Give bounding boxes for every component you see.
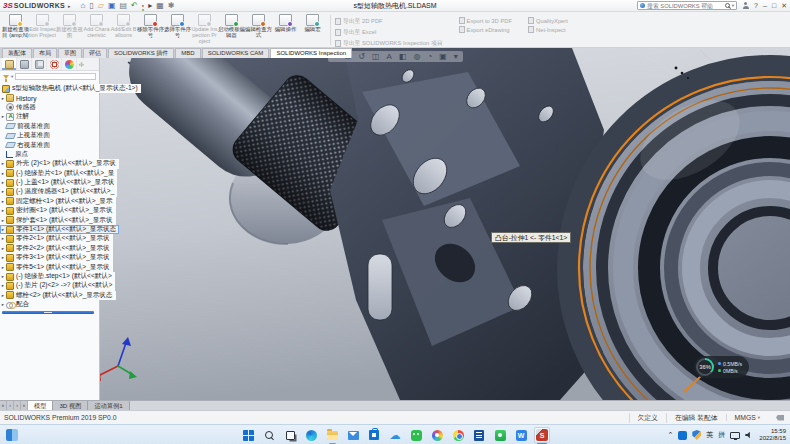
ribbon-button-11[interactable]: 编辑操作 (272, 13, 299, 47)
export-item[interactable]: 导出至 Excel (335, 28, 443, 37)
units-dropdown-icon[interactable]: ▾ (758, 415, 760, 420)
tree-item[interactable]: ▸密封圈<1> (默认<<默认>_显示状 (0, 206, 116, 215)
tray-app-icon[interactable] (678, 431, 687, 440)
ribbon-button-5[interactable]: Add/Edit Balloons (110, 13, 137, 47)
export-item[interactable]: Net-Inspect (528, 26, 568, 33)
ribbon-button-6[interactable]: 移除零件序号 (137, 13, 164, 47)
export-item[interactable]: Export to 3D PDF (459, 17, 512, 24)
taskbar-wechat-icon[interactable] (408, 427, 424, 443)
taskbar-edge-icon[interactable] (303, 427, 319, 443)
tree-item[interactable]: ▸螺栓<2> (默认<<默认>_显示状态 (0, 291, 116, 300)
tree-item[interactable]: ▸零件5<1> (默认<<默认>_显示状 (0, 262, 113, 271)
model-tab-3[interactable]: 运动算例1 (88, 401, 129, 410)
taskbar-task-view-icon[interactable] (282, 427, 298, 443)
ribbon-button-8[interactable]: Update Inspection Project (191, 13, 218, 47)
options-icon[interactable]: ✱ (168, 2, 175, 10)
save-icon[interactable]: ▣ (108, 2, 116, 10)
export-item[interactable]: 导出至 2D PDF (335, 17, 443, 26)
tree-item[interactable]: ▸配合 (0, 300, 32, 309)
tree-item[interactable]: ▸(-) 绝缘垫.step<1> (默认<<默认> (0, 272, 115, 281)
home-icon[interactable]: ⌂ (81, 2, 86, 10)
view-settings-icon[interactable]: ▾ (454, 52, 458, 61)
tree-item[interactable]: s型短轴散热电机 (默认<默认_显示状态-1>) (0, 84, 141, 93)
tab-scroll-icon[interactable]: « (0, 401, 7, 410)
tree-item[interactable]: ▸History (0, 93, 40, 102)
taskbar-solidworks-icon[interactable] (534, 427, 550, 443)
ribbon-button-3[interactable]: 新建检查视图 (56, 13, 83, 47)
taskbar-start-icon[interactable] (240, 427, 256, 443)
display-tray-icon[interactable] (730, 432, 740, 439)
close-button[interactable]: ✕ (781, 2, 787, 10)
tree-item[interactable]: ▸(-) 温度传感器<1> (默认<<默认>_ (0, 187, 117, 196)
display-manager-tab[interactable] (62, 58, 77, 70)
restore-button[interactable]: □ (772, 2, 776, 10)
apply-scene-icon[interactable]: ▣ (439, 52, 447, 61)
tree-item[interactable]: 原点 (0, 150, 31, 159)
tree-item[interactable]: 前视基准面 (0, 122, 53, 131)
panel-tab-overflow-icon[interactable]: ‹|› (79, 61, 84, 67)
property-manager-tab[interactable] (17, 58, 32, 70)
help-search-box[interactable]: ▾ (637, 1, 737, 10)
model-tab-1[interactable]: 模型 (28, 401, 53, 410)
language-indicator[interactable]: 英 (706, 431, 713, 439)
tag-icon[interactable] (776, 415, 784, 421)
configuration-manager-tab[interactable] (32, 58, 47, 70)
tree-item[interactable]: ▸注解 (0, 112, 32, 121)
export-item[interactable]: QualityXpert (528, 17, 568, 24)
search-icon[interactable] (725, 3, 730, 8)
view-settings-icon[interactable]: ▦ (156, 2, 164, 10)
ribbon-tab-5[interactable]: SOLIDWORKS 插件 (108, 48, 174, 58)
display-style-icon[interactable]: ◧ (399, 52, 407, 61)
rollback-bar[interactable] (2, 311, 94, 314)
undo-icon[interactable]: ↶ (131, 2, 138, 10)
tree-item[interactable]: ▸(-) 绝缘垫片<1> (默认<<默认>_显 (0, 169, 117, 178)
ribbon-tab-8[interactable]: SOLIDWORKS Inspection (270, 48, 352, 58)
tree-item[interactable]: 右视基准面 (0, 140, 53, 149)
open-icon[interactable]: ▱ (98, 2, 104, 10)
search-dropdown-icon[interactable]: ▾ (732, 3, 734, 8)
tab-scroll-icon[interactable]: › (14, 401, 21, 410)
taskbar-store-icon[interactable] (366, 427, 382, 443)
dimxpert-manager-tab[interactable] (47, 58, 62, 70)
tree-item[interactable]: ▸保护套<1> (默认<<默认>_显示状 (0, 215, 116, 224)
ribbon-button-9[interactable]: 启动模板编辑器 (218, 13, 245, 47)
minimize-button[interactable]: – (763, 2, 767, 10)
security-shield-icon[interactable] (692, 430, 701, 440)
section-view-icon[interactable]: ◫ (372, 52, 380, 61)
ime-indicator[interactable]: 拼 (718, 431, 725, 439)
tree-item[interactable]: ▸零件3<1> (默认<<默认>_显示状 (0, 253, 113, 262)
filter-icon[interactable] (3, 75, 9, 79)
ribbon-tab-7[interactable]: SOLIDWORKS CAM (202, 48, 270, 58)
taskbar-clock[interactable]: 15:59 2022/8/15 (759, 428, 786, 442)
taskbar-wps-icon[interactable] (513, 427, 529, 443)
ribbon-tab-6[interactable]: MBD (175, 48, 200, 58)
tree-item[interactable]: ▸外壳 (2)<1> (默认<<默认>_显示状 (0, 159, 119, 168)
ribbon-button-2[interactable]: Edit Inspection Project (29, 13, 56, 47)
filter-input[interactable] (15, 73, 96, 80)
ribbon-tab-2[interactable]: 布局 (33, 48, 57, 58)
recorder-overlay-widget[interactable]: 36% 0.5MB/s0MB/s (694, 356, 749, 378)
tree-item[interactable]: ▸零件2<1> (默认<<默认>_显示状 (0, 234, 113, 243)
taskbar-green-app-icon[interactable] (492, 427, 508, 443)
search-input[interactable] (647, 3, 723, 9)
tree-item[interactable]: ▸零件1<1> (默认<<默认>_显示状态 (0, 225, 119, 234)
help-button[interactable]: ? (754, 2, 758, 10)
ribbon-button-1[interactable]: 新建检查项目 (amp;N) (2, 13, 29, 47)
model-tab-2[interactable]: 3D 视图 (53, 401, 88, 410)
tree-item[interactable]: ▸(-) 垫片 (2)<2> ->? (默认<<默认> (0, 281, 115, 290)
export-item[interactable]: Export eDrawing (459, 26, 512, 33)
hide-show-items-icon[interactable]: ◍ (413, 52, 420, 61)
taskbar-search-icon[interactable] (261, 427, 277, 443)
menu-flyout-icon[interactable]: ▸ (68, 3, 71, 9)
ribbon-tab-1[interactable]: 装配体 (2, 48, 32, 58)
export-item[interactable]: 导出至 SOLIDWORKS Inspection 项目 (335, 39, 443, 48)
taskbar-mail-icon[interactable] (345, 427, 361, 443)
widgets-icon[interactable] (6, 429, 18, 441)
taskbar-onedrive-icon[interactable]: ☁ (387, 427, 403, 443)
previous-view-icon[interactable]: ↺ (358, 52, 365, 61)
taskbar-chrome-icon[interactable] (450, 427, 466, 443)
tree-item[interactable]: 传感器 (0, 103, 39, 112)
ribbon-button-4[interactable]: Add Characteristic (83, 13, 110, 47)
tree-item[interactable]: 上视基准面 (0, 131, 53, 140)
selection-filter-icon[interactable]: ▸ (148, 2, 152, 10)
